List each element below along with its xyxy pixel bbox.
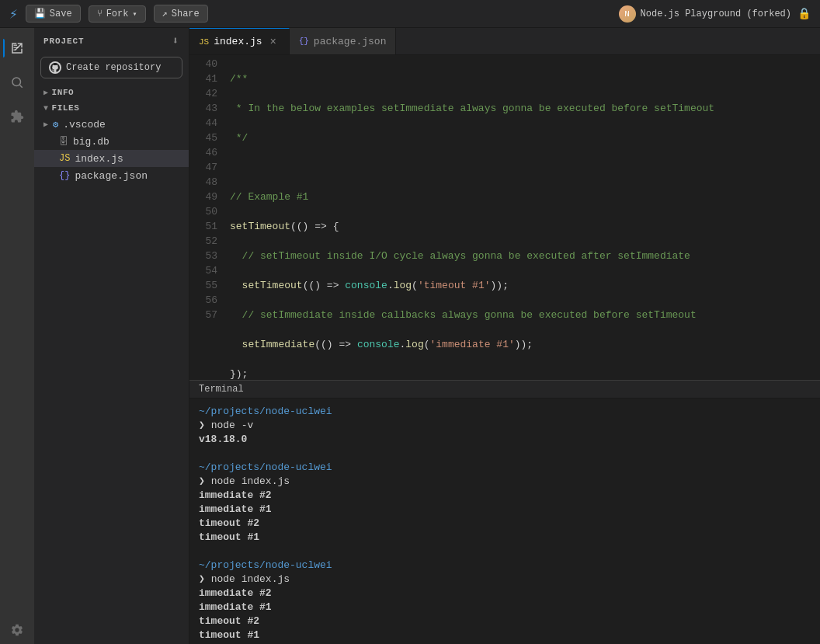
github-icon	[49, 61, 61, 74]
terminal-line: v18.18.0	[199, 433, 811, 447]
settings-icon[interactable]	[3, 616, 31, 644]
editor-area: JS index.js × {} package.json 40414243 4…	[189, 28, 820, 644]
json-file-icon: {}	[59, 170, 70, 181]
lock-icon: 🔒	[797, 7, 811, 20]
svg-point-1	[12, 78, 21, 86]
sidebar-project-header: PROJECT ⬇	[34, 28, 189, 54]
search-icon[interactable]	[3, 68, 31, 96]
close-tab-icon[interactable]: ×	[267, 36, 280, 48]
list-item[interactable]: ▶ ⚙ .vscode	[34, 116, 189, 133]
js-tab-icon: JS	[199, 37, 209, 47]
terminal-line: ~/projects/node-uclwei	[199, 405, 811, 419]
explorer-icon[interactable]	[3, 34, 31, 62]
tab-package-json[interactable]: {} package.json	[290, 28, 397, 54]
download-icon[interactable]: ⬇	[172, 34, 179, 47]
fork-button[interactable]: ⑂ Fork ▾	[89, 5, 146, 23]
titlebar: ⚡ 💾 Save ⑂ Fork ▾ ↗ Share N Node.js Play…	[0, 0, 820, 28]
files-section[interactable]: ▼ FILES	[34, 100, 189, 116]
file-tree: ▶ ⚙ .vscode 🗄 big.db JS index.js {} pack…	[34, 116, 189, 644]
terminal-line: timeout #1	[199, 628, 811, 642]
tabs-bar: JS index.js × {} package.json	[189, 28, 820, 55]
chevron-down-icon: ▼	[43, 104, 49, 113]
chevron-right-icon: ▶	[43, 88, 49, 97]
sidebar: PROJECT ⬇ Create repository ▶ INFO ▼ FIL…	[34, 28, 189, 644]
list-item[interactable]: JS index.js	[34, 150, 189, 167]
terminal-header: Terminal	[189, 381, 820, 399]
terminal-content[interactable]: ~/projects/node-uclwei ❯ node -v v18.18.…	[189, 399, 820, 644]
db-file-icon: 🗄	[59, 136, 68, 148]
terminal-line: ~/projects/node-uclwei	[199, 461, 811, 475]
terminal-line: ❯ node index.js	[199, 573, 811, 587]
create-repo-button[interactable]: Create repository	[40, 57, 182, 78]
activity-bar	[0, 28, 34, 644]
terminal: Terminal ~/projects/node-uclwei ❯ node -…	[189, 380, 820, 644]
vscode-folder-icon: ⚙	[53, 119, 58, 131]
info-section[interactable]: ▶ INFO	[34, 85, 189, 100]
share-button[interactable]: ↗ Share	[154, 5, 208, 23]
fork-icon: ⑂	[97, 9, 102, 19]
terminal-line: ❯ node -v	[199, 419, 811, 433]
lightning-icon: ⚡	[9, 5, 18, 23]
terminal-line: timeout #2	[199, 614, 811, 628]
chevron-right-icon: ▶	[43, 120, 48, 129]
terminal-line: immediate #1	[199, 503, 811, 517]
share-icon: ↗	[162, 8, 168, 19]
line-numbers: 40414243 44454647 48495051 52535455 5657	[189, 55, 224, 380]
save-button[interactable]: 💾 Save	[26, 5, 81, 23]
extensions-icon[interactable]	[3, 103, 31, 131]
svg-line-2	[19, 85, 22, 87]
terminal-line: immediate #2	[199, 587, 811, 600]
terminal-line	[199, 447, 811, 461]
js-file-icon: JS	[59, 153, 70, 164]
avatar: N	[619, 5, 636, 23]
user-badge: N Node.js Playground (forked)	[619, 5, 791, 23]
editor-split: 40414243 44454647 48495051 52535455 5657…	[189, 55, 820, 644]
code-editor[interactable]: 40414243 44454647 48495051 52535455 5657…	[189, 55, 820, 380]
terminal-line: ~/projects/node-uclwei	[199, 559, 811, 573]
titlebar-left: ⚡ 💾 Save ⑂ Fork ▾ ↗ Share	[9, 5, 610, 23]
titlebar-right: N Node.js Playground (forked) 🔒	[619, 5, 811, 23]
terminal-line: timeout #2	[199, 517, 811, 531]
terminal-line: immediate #1	[199, 600, 811, 614]
code-content[interactable]: /** * In the below examples setImmediate…	[224, 55, 820, 380]
list-item[interactable]: 🗄 big.db	[34, 133, 189, 150]
chevron-down-icon: ▾	[132, 9, 137, 19]
list-item[interactable]: {} package.json	[34, 167, 189, 184]
terminal-line	[199, 545, 811, 559]
tab-index-js[interactable]: JS index.js ×	[189, 28, 290, 54]
terminal-line: immediate #2	[199, 489, 811, 503]
terminal-line: ❯ node index.js	[199, 475, 811, 489]
main-layout: PROJECT ⬇ Create repository ▶ INFO ▼ FIL…	[0, 28, 820, 644]
floppy-icon: 💾	[34, 8, 46, 19]
json-tab-icon: {}	[299, 37, 309, 46]
terminal-line: timeout #1	[199, 531, 811, 545]
